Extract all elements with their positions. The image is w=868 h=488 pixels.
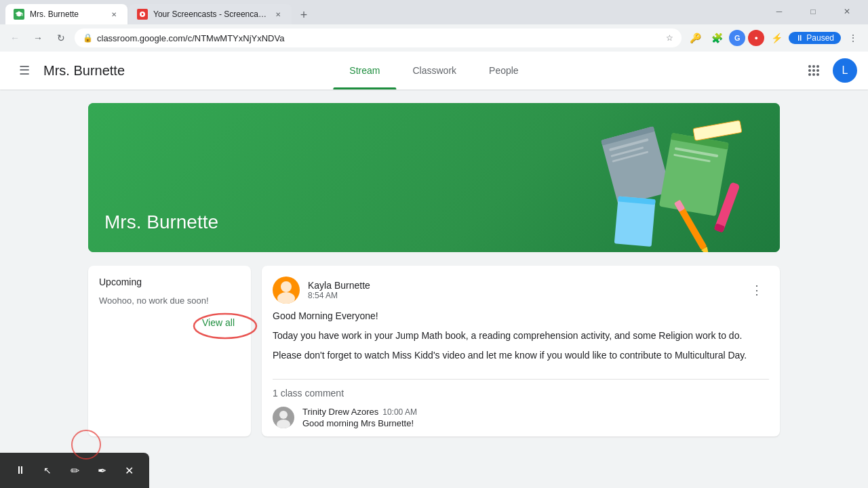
post-body: Good Morning Everyone! Today you have wo… [262, 309, 780, 379]
browser-titlebar: Mrs. Burnette ✕ Your Screencasts - Scree… [0, 0, 868, 24]
post-text-3: Please don't forget to watch Miss Kidd's… [273, 348, 769, 363]
tab-title-1: Mrs. Burnette [30, 9, 106, 19]
content-area: Upcoming Woohoo, no work due soon! View … [88, 266, 780, 436]
comment-time: 10:00 AM [382, 407, 417, 417]
paused-button[interactable]: ⏸ Paused [789, 32, 841, 44]
key-icon[interactable]: 🔑 [686, 28, 705, 47]
browser-menu-button[interactable]: ⋮ [844, 28, 863, 47]
header-right: L [800, 57, 857, 84]
main-content: Mrs. Burnette Upcoming Woohoo, no work d… [0, 89, 868, 488]
upcoming-empty-text: Woohoo, no work due soon! [99, 296, 240, 306]
more-extensions-icon[interactable]: ⚡ [767, 28, 786, 47]
sc-highlighter-button[interactable]: ✒ [90, 458, 114, 483]
sc-close-button[interactable]: ✕ [117, 458, 141, 483]
post-time: 8:54 AM [308, 291, 370, 300]
post-more-button[interactable]: ⋮ [745, 278, 769, 302]
tab-title-2: Your Screencasts - Screencastify [153, 9, 270, 19]
upcoming-card: Upcoming Woohoo, no work due soon! View … [88, 266, 251, 436]
back-button[interactable]: ← [5, 28, 24, 47]
tab-people[interactable]: People [473, 52, 535, 89]
svg-point-21 [281, 281, 292, 292]
comment-content: Trinity Drew Azores 10:00 AM Good mornin… [302, 407, 417, 428]
svg-point-24 [277, 420, 290, 428]
comment-text: Good morning Mrs Burnette! [302, 418, 417, 428]
browser-toolbar: ← → ↻ 🔒 classroom.google.com/c/NTMwMTYxN… [0, 24, 868, 52]
user-avatar[interactable]: L [833, 58, 857, 83]
google-account-icon[interactable]: G [729, 30, 745, 46]
forward-button[interactable]: → [28, 28, 47, 47]
header-nav: Stream Classwork People [333, 52, 534, 89]
post-author-name: Kayla Burnette [308, 280, 370, 291]
svg-point-23 [279, 411, 288, 419]
svg-rect-16 [693, 121, 742, 141]
minimize-button[interactable]: ─ [764, 1, 795, 22]
extensions-icon[interactable]: 🧩 [707, 28, 726, 47]
sc-pause-button[interactable]: ⏸ [8, 458, 33, 483]
svg-point-22 [277, 292, 295, 304]
sc-cursor-button[interactable]: ↖ [35, 458, 60, 483]
lock-icon: 🔒 [83, 33, 93, 43]
tab-favicon-1 [14, 9, 24, 20]
tab-close-1[interactable]: ✕ [108, 9, 119, 20]
post-author-avatar [273, 277, 300, 304]
app-header: ☰ Mrs. Burnette Stream Classwork People … [0, 52, 868, 89]
close-window-button[interactable]: ✕ [831, 1, 863, 22]
post-text-1: Good Morning Everyone! [273, 309, 769, 323]
new-tab-button[interactable]: + [294, 5, 313, 24]
url-text: classroom.google.com/c/NTMwMTYxNjYxNDVa [97, 33, 662, 43]
browser-actions: 🔑 🧩 G ● ⚡ ⏸ Paused ⋮ [686, 28, 863, 47]
screencast-toolbar: ⏸ ↖ ✏ ✒ ✕ [0, 453, 149, 488]
tab-close-2[interactable]: ✕ [273, 9, 283, 20]
post-header: Kayla Burnette 8:54 AM ⋮ [262, 266, 780, 309]
tab-classwork[interactable]: Classwork [396, 52, 473, 89]
comment-author-avatar [273, 407, 294, 428]
tab-favicon-2 [137, 9, 148, 20]
address-bar[interactable]: 🔒 classroom.google.com/c/NTMwMTYxNjYxNDV… [75, 28, 682, 47]
comment-section: Trinity Drew Azores 10:00 AM Good mornin… [262, 399, 780, 436]
paused-label: Paused [806, 33, 834, 43]
view-all-link[interactable]: View all [202, 317, 235, 328]
browser-tab-2[interactable]: Your Screencasts - Screencastify ✕ [129, 4, 292, 24]
post-card: Kayla Burnette 8:54 AM ⋮ Good Morning Ev… [262, 266, 780, 436]
banner-illustration [495, 103, 780, 252]
tab-stream[interactable]: Stream [333, 52, 396, 89]
class-banner: Mrs. Burnette [88, 103, 780, 252]
browser-tab-1[interactable]: Mrs. Burnette ✕ [5, 4, 127, 24]
grid-dots-icon [808, 65, 819, 76]
star-icon: ☆ [666, 33, 673, 43]
sc-pen-button[interactable]: ✏ [62, 458, 87, 483]
hamburger-icon: ☰ [19, 63, 30, 78]
google-apps-button[interactable] [800, 57, 827, 84]
comment-author-name: Trinity Drew Azores [302, 407, 378, 417]
post-author-info: Kayla Burnette 8:54 AM [308, 280, 370, 300]
paused-icon: ⏸ [795, 33, 804, 43]
upcoming-title: Upcoming [99, 277, 240, 287]
banner-class-title: Mrs. Burnette [88, 198, 235, 252]
post-text-2: Today you have work in your Jump Math bo… [273, 329, 769, 343]
comment-count: 1 class comment [262, 380, 780, 399]
app-title: Mrs. Burnette [43, 63, 125, 79]
stream-posts: Kayla Burnette 8:54 AM ⋮ Good Morning Ev… [262, 266, 780, 436]
maximize-button[interactable]: □ [797, 1, 829, 22]
menu-button[interactable]: ☰ [11, 57, 38, 84]
reload-button[interactable]: ↻ [52, 28, 71, 47]
screencastify-ext-icon[interactable]: ● [748, 30, 764, 46]
